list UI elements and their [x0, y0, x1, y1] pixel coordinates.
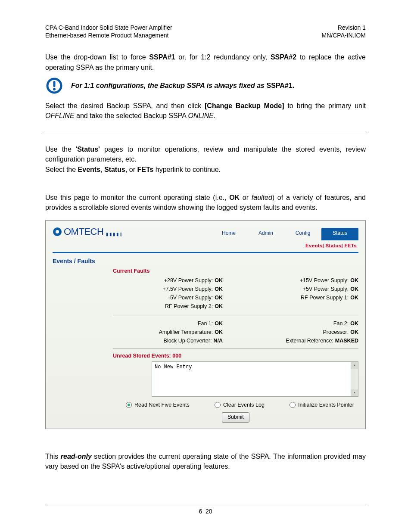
tab-status[interactable]: Status [321, 228, 358, 240]
section-separator [44, 132, 367, 132]
webui-screenshot: OMTECH ▮▮▮▮▯ Home Admin Config Status Ev… [45, 220, 366, 429]
radio-icon [215, 402, 221, 408]
subtab-events[interactable]: Events [305, 243, 323, 248]
current-faults-heading: Current Faults [113, 267, 358, 275]
svg-rect-1 [53, 81, 56, 87]
submit-button[interactable]: Submit [222, 412, 249, 422]
page-header: CPA C-Band Indoor Solid State Power Ampl… [45, 24, 366, 39]
table-row: -5V Power Supply: OK [113, 294, 223, 302]
svg-point-2 [53, 88, 56, 90]
events-action-radios: Read Next Five Events Clear Events Log I… [126, 401, 354, 409]
subtab-status[interactable]: Status [326, 243, 342, 248]
header-left-1: CPA C-Band Indoor Solid State Power Ampl… [45, 24, 172, 31]
paragraph-monitor-state: Use this page to monitor the current ope… [45, 193, 366, 212]
scroll-down-icon[interactable]: ▾ [351, 389, 358, 396]
paragraph-select-hyperlink: Select the Events, Status, or FETs hyper… [45, 165, 366, 174]
paragraph-force-sspa: Use the drop-down list to force SSPA#1 o… [45, 52, 366, 72]
header-right-1: Revision 1 [322, 24, 366, 31]
brand-tail-icon: ▮▮▮▮▯ [106, 231, 123, 238]
main-tabs: Home Admin Config Status [210, 228, 358, 241]
table-row: Block Up Converter: N/A [113, 337, 223, 345]
sub-tabs: Events| Status| FETs [53, 240, 358, 253]
scroll-up-icon[interactable]: ▴ [351, 362, 358, 369]
table-row: Processor: OK [249, 328, 358, 336]
subtab-fets[interactable]: FETs [345, 243, 357, 248]
table-row: Amplifier Temperature: OK [113, 328, 223, 336]
table-row: Fan 2: OK [249, 320, 358, 327]
radio-icon [126, 402, 132, 408]
paragraph-status-pages: Use the 'Status' pages to monitor operat… [45, 144, 366, 164]
radio-icon [290, 402, 296, 408]
table-row: RF Power Supply 2: OK [113, 302, 223, 310]
header-left-2: Ethernet-based Remote Product Management [45, 31, 172, 39]
radio-init-pointer[interactable]: Initialize Events Pointer [290, 401, 354, 409]
divider [113, 348, 358, 348]
events-log-content: No New Entry [155, 364, 192, 370]
table-row: +7.5V Power Supply: OK [113, 285, 223, 293]
header-right-2: MN/CPA-IN.IOM [322, 31, 366, 39]
table-row: Fan 1: OK [113, 320, 223, 327]
events-faults-title: Events / Faults [53, 257, 358, 265]
events-log-textarea[interactable]: No New Entry ▴ ▾ [152, 361, 358, 397]
note-text: For 1:1 configurations, the Backup SSPA … [71, 81, 294, 90]
paragraph-readonly: This read-only section provides the curr… [45, 451, 366, 471]
brand-logo: OMTECH ▮▮▮▮▯ [53, 225, 130, 241]
table-row: External Reference: MASKED [249, 337, 358, 345]
table-row: +5V Power Supply: OK [249, 285, 358, 293]
scrollbar[interactable]: ▴ ▾ [351, 362, 358, 396]
table-row: +15V Power Supply: OK [249, 277, 358, 284]
table-row: RF Power Supply 1: OK [249, 294, 358, 302]
radio-read-next[interactable]: Read Next Five Events [126, 401, 190, 409]
unread-events-heading: Unread Stored Events: 000 [113, 352, 358, 360]
tab-home[interactable]: Home [210, 228, 247, 240]
paragraph-change-backup: Select the desired Backup SSPA, and then… [45, 101, 366, 121]
table-row: +28V Power Supply: OK [113, 277, 223, 284]
radio-clear-log[interactable]: Clear Events Log [215, 401, 265, 409]
tab-admin[interactable]: Admin [247, 228, 284, 240]
alert-icon [45, 77, 63, 95]
page-number: 6–20 [199, 508, 212, 515]
page-footer: 6–20 [0, 505, 411, 515]
tab-config[interactable]: Config [284, 228, 321, 240]
note-backup-fixed: For 1:1 configurations, the Backup SSPA … [45, 77, 366, 95]
svg-point-4 [56, 230, 59, 233]
faults-grid: +28V Power Supply: OK +15V Power Supply:… [113, 277, 358, 345]
